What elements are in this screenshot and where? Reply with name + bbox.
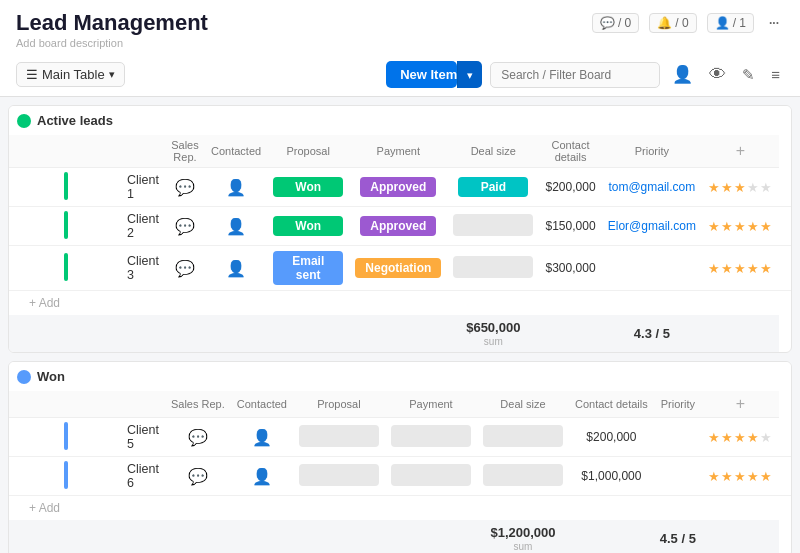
- stars: ★★★★★: [708, 180, 773, 195]
- summary-contact: [569, 520, 654, 553]
- add-column-icon[interactable]: +: [736, 395, 745, 412]
- table-won: Sales Rep. Contacted Proposal Payment De…: [9, 391, 791, 553]
- col-contacted: Contacted: [231, 391, 293, 418]
- edit-icon[interactable]: ✎: [738, 64, 759, 86]
- proposal-cell[interactable]: Approved: [349, 207, 447, 246]
- board-subtitle: Add board description: [16, 37, 784, 49]
- chat-icon[interactable]: 💬: [188, 429, 208, 446]
- summary-deal-size: $650,000 sum: [447, 315, 539, 352]
- contact-link[interactable]: Elor@gmail.com: [608, 219, 696, 233]
- contact-cell: [654, 457, 702, 496]
- user-icon: 👤: [252, 429, 272, 446]
- table-grid-icon: ☰: [26, 67, 38, 82]
- chat-icon-cell[interactable]: 💬: [165, 246, 205, 291]
- group-active-leads: Active leads Sales Rep. Contacted Propos…: [8, 105, 792, 353]
- salesrep-cell[interactable]: 👤: [205, 207, 267, 246]
- col-add[interactable]: +: [702, 135, 779, 168]
- summary-spacer: [9, 315, 447, 352]
- client-name: Client 2: [119, 207, 165, 246]
- add-column-icon[interactable]: +: [736, 142, 745, 159]
- stars: ★★★★★: [708, 219, 773, 234]
- group-label-won: Won: [37, 369, 65, 384]
- status-badge-approved[interactable]: Approved: [360, 177, 436, 197]
- proposal-cell: [385, 418, 477, 457]
- status-badge-won[interactable]: Won: [273, 216, 343, 236]
- contacted-cell: [293, 418, 385, 457]
- col-client: [9, 135, 119, 168]
- new-item-button[interactable]: New Item: [386, 61, 457, 88]
- chat-icon-cell[interactable]: 💬: [165, 207, 205, 246]
- more-icon[interactable]: ···: [764, 14, 784, 32]
- proposal-cell[interactable]: Negotiation: [349, 246, 447, 291]
- salesrep-cell[interactable]: 👤: [231, 418, 293, 457]
- chat-icon[interactable]: 💬: [175, 218, 195, 235]
- salesrep-cell[interactable]: 👤: [205, 246, 267, 291]
- group-label-active-leads: Active leads: [37, 113, 113, 128]
- row-color-bar: [64, 253, 68, 281]
- contact-link[interactable]: tom@gmail.com: [608, 180, 695, 194]
- chat-icon[interactable]: 💬: [188, 468, 208, 485]
- summary-priority: 4.5 / 5: [654, 520, 702, 553]
- priority-cell: ★★★★★: [702, 246, 779, 291]
- payment-cell[interactable]: Paid: [447, 168, 539, 207]
- summary-row: $650,000 sum 4.3 / 5: [9, 315, 791, 352]
- row-color-bar: [64, 461, 68, 489]
- salesrep-cell[interactable]: 👤: [231, 457, 293, 496]
- people-icon-group[interactable]: 👤 / 1: [707, 13, 754, 33]
- add-row[interactable]: + Add: [9, 291, 791, 316]
- col-dealsize: Deal size: [477, 391, 569, 418]
- activity-icon-group[interactable]: 🔔 / 0: [649, 13, 696, 33]
- sum-value: 4.3 / 5: [608, 326, 696, 341]
- table-active-leads: Sales Rep. Contacted Proposal Payment De…: [9, 135, 791, 352]
- col-add[interactable]: +: [702, 391, 779, 418]
- col-chat: [119, 391, 165, 418]
- filter-icon[interactable]: ≡: [767, 64, 784, 85]
- contacted-cell[interactable]: Won: [267, 207, 349, 246]
- chat-icon-cell[interactable]: 💬: [165, 457, 231, 496]
- status-badge-negotiation[interactable]: Negotiation: [355, 258, 441, 278]
- chat-icon-cell[interactable]: 💬: [165, 418, 231, 457]
- sum-value: 4.5 / 5: [660, 531, 696, 546]
- status-badge-approved[interactable]: Approved: [360, 216, 436, 236]
- user-icon: 👤: [226, 179, 246, 196]
- group-header-won[interactable]: Won: [9, 362, 791, 391]
- col-contact-details: Contact details: [539, 135, 601, 168]
- chat-icon-cell[interactable]: 💬: [165, 168, 205, 207]
- activity-icon: 🔔: [657, 16, 672, 30]
- empty-cell: [391, 464, 471, 486]
- row-color-bar: [64, 211, 68, 239]
- add-row[interactable]: + Add: [9, 496, 791, 521]
- chat-icon-group[interactable]: 💬 / 0: [592, 13, 639, 33]
- proposal-cell[interactable]: Approved: [349, 168, 447, 207]
- chat-icon[interactable]: 💬: [175, 179, 195, 196]
- group-header-active-leads[interactable]: Active leads: [9, 106, 791, 135]
- contact-cell[interactable]: tom@gmail.com: [602, 168, 702, 207]
- status-badge-paid[interactable]: Paid: [458, 177, 528, 197]
- sum-label: sum: [484, 336, 503, 347]
- contact-cell[interactable]: Elor@gmail.com: [602, 207, 702, 246]
- col-client: [9, 391, 119, 418]
- activity-count: / 0: [675, 16, 688, 30]
- table-selector[interactable]: ☰ Main Table ▾: [16, 62, 125, 87]
- user-filter-icon[interactable]: 👤: [668, 62, 697, 87]
- row-color-bar: [64, 422, 68, 450]
- new-item-button-group[interactable]: New Item ▾: [386, 61, 482, 88]
- search-input[interactable]: [490, 62, 660, 88]
- new-item-dropdown-arrow[interactable]: ▾: [457, 61, 482, 88]
- add-item-label[interactable]: + Add: [9, 496, 779, 521]
- add-item-label[interactable]: + Add: [9, 291, 779, 316]
- chat-icon[interactable]: 💬: [175, 260, 195, 277]
- salesrep-cell[interactable]: 👤: [205, 168, 267, 207]
- deal-size-cell: $200,000: [569, 418, 654, 457]
- row-bar: [9, 168, 119, 207]
- contacted-cell[interactable]: Email sent: [267, 246, 349, 291]
- contacted-cell[interactable]: Won: [267, 168, 349, 207]
- status-badge-won[interactable]: Won: [273, 177, 343, 197]
- row-bar: [9, 207, 119, 246]
- deal-size-cell: $150,000: [539, 207, 601, 246]
- status-badge-email-sent[interactable]: Email sent: [273, 251, 343, 285]
- contacted-cell: [293, 457, 385, 496]
- col-proposal: Proposal: [267, 135, 349, 168]
- priority-cell: ★★★★★: [702, 457, 779, 496]
- eye-icon[interactable]: 👁: [705, 63, 730, 87]
